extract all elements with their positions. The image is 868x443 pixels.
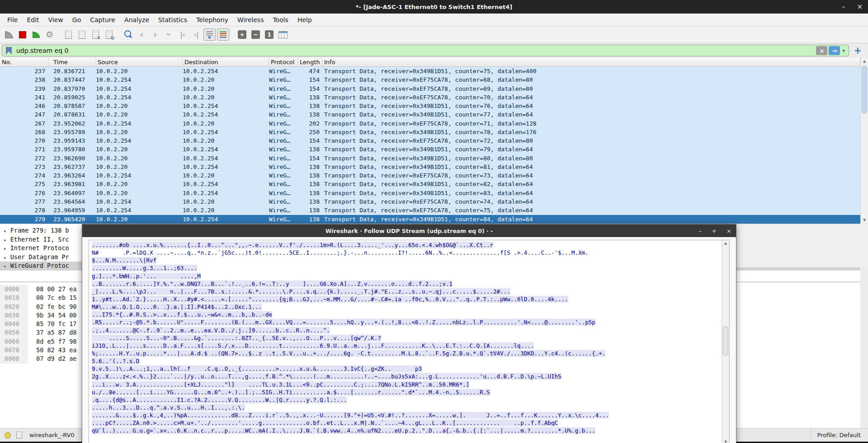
stream-line: .....S.....5...-0".B.....&g.`........:.8…: [92, 335, 719, 342]
menu-item-view[interactable]: View: [44, 14, 68, 26]
minimize-icon[interactable]: –: [842, 0, 845, 14]
profile-label[interactable]: Profile: Default: [811, 429, 868, 442]
packet-row[interactable]: 272 23.962690 10.0.2.20 10.0.2.254 WireG…: [0, 154, 860, 163]
expand-arrow-icon[interactable]: ▸: [4, 228, 7, 234]
menu-item-file[interactable]: File: [3, 14, 22, 26]
packet-row[interactable]: 276 23.964097 10.0.2.20 10.0.2.254 WireG…: [0, 189, 860, 197]
menu-item-statistics[interactable]: Statistics: [154, 14, 192, 26]
packet-row[interactable]: 275 23.963981 10.0.2.20 10.0.2.254 WireG…: [0, 180, 860, 188]
resize-columns-icon[interactable]: [277, 28, 289, 41]
capture-options-icon[interactable]: [43, 28, 56, 41]
packet-list-scrollbar[interactable]: ▲ ▼: [860, 58, 868, 224]
dialog-title-bar[interactable]: Wireshark · Follow UDP Stream (udp.strea…: [82, 224, 736, 237]
filter-dropdown-caret-icon[interactable]: ▾: [842, 48, 845, 54]
column-header[interactable]: No.: [0, 58, 49, 66]
column-header[interactable]: Info: [322, 58, 860, 66]
filter-bar: udp.stream eq 0 × → ▾ +: [0, 43, 868, 58]
restart-capture-icon[interactable]: [30, 28, 42, 41]
start-capture-icon[interactable]: [3, 28, 15, 41]
column-header[interactable]: Destination: [183, 58, 269, 66]
stream-content-box[interactable]: ........#ob ....x.u.%.......{..I..0...^.…: [89, 240, 730, 443]
save-file-icon[interactable]: [76, 28, 88, 41]
scrollbar-thumb[interactable]: [862, 66, 867, 113]
packet-row[interactable]: 270 23.959143 10.0.2.254 10.0.2.20 WireG…: [0, 136, 860, 145]
stream-scrollbar[interactable]: ▲ ▼: [722, 240, 729, 443]
capture-comment-icon[interactable]: [16, 432, 22, 438]
scroll-down-icon[interactable]: ▼: [861, 217, 868, 224]
go-back-icon[interactable]: [136, 28, 148, 41]
zoom-out-icon[interactable]: [250, 28, 262, 41]
stream-line: 2g..X....z<.<.%..}2....`...|/y..u..o....…: [92, 373, 719, 381]
scroll-down-icon[interactable]: ▼: [722, 439, 729, 443]
filter-apply-icon[interactable]: →: [829, 46, 840, 55]
menu-item-capture[interactable]: Capture: [85, 14, 120, 26]
menu-item-analyze[interactable]: Analyze: [120, 14, 154, 26]
capture-file-properties-icon[interactable]: [5, 432, 11, 438]
column-header[interactable]: Source: [96, 58, 183, 66]
colorize-icon[interactable]: [217, 28, 229, 41]
menu-item-go[interactable]: Go: [68, 14, 85, 26]
packet-row[interactable]: 277 23.964564 10.0.2.254 10.0.2.20 WireG…: [0, 197, 860, 206]
reload-file-icon[interactable]: [103, 28, 115, 41]
menu-item-telephony[interactable]: Telephony: [192, 14, 233, 26]
find-packet-icon[interactable]: [122, 28, 134, 41]
zoom-in-icon[interactable]: [236, 28, 248, 41]
expand-arrow-icon[interactable]: ▸: [4, 255, 7, 261]
menu-item-tools[interactable]: Tools: [268, 14, 293, 26]
dialog-minimize-icon[interactable]: –: [699, 228, 702, 234]
stream-line: iJ1O,.L...|....s.....D..a.F....s[....S./…: [92, 342, 719, 350]
go-first-icon[interactable]: [176, 28, 189, 41]
stream-line: _|....L.%....\pJ... n..|...F...7B..s.:..…: [92, 288, 719, 296]
expand-arrow-icon[interactable]: ▸: [4, 246, 7, 252]
packet-row[interactable]: 271 23.959780 10.0.2.20 10.0.2.254 WireG…: [0, 145, 860, 154]
packet-row[interactable]: 246 20.878587 10.0.2.20 10.0.2.254 WireG…: [0, 102, 860, 110]
packet-row[interactable]: 237 20.836721 10.0.2.20 10.0.2.254 WireG…: [0, 67, 860, 75]
menu-item-wireless[interactable]: Wireless: [233, 14, 269, 26]
packet-row[interactable]: 274 23.963264 10.0.2.254 10.0.2.20 WireG…: [0, 171, 860, 180]
packet-row[interactable]: 241 20.859025 10.0.2.254 10.0.2.20 WireG…: [0, 93, 860, 102]
filter-text[interactable]: udp.stream eq 0: [16, 47, 816, 54]
scroll-up-icon[interactable]: ▲: [722, 240, 729, 247]
menu-item-edit[interactable]: Edit: [22, 14, 43, 26]
stream-line: ...I75.*{..#.R.S..>..x...f.$...u..~w&<..…: [92, 311, 719, 319]
title-bar: *- [Jade-ASC-1 Ethernet0 to Switch1 Ethe…: [0, 0, 868, 14]
packet-row[interactable]: 267 23.952062 10.0.2.254 10.0.2.20 WireG…: [0, 119, 860, 128]
go-last-icon[interactable]: [190, 28, 202, 41]
packet-row[interactable]: 238 20.837447 10.0.2.254 10.0.2.20 WireG…: [0, 75, 860, 84]
column-header[interactable]: Protocol: [269, 58, 298, 66]
zoom-original-icon[interactable]: [263, 28, 275, 41]
column-header[interactable]: Time: [49, 58, 96, 66]
filter-bookmark-icon[interactable]: [6, 47, 12, 55]
column-header[interactable]: Length: [298, 58, 322, 66]
expand-arrow-icon[interactable]: ▸: [4, 263, 7, 269]
expand-arrow-icon[interactable]: ▸: [4, 237, 7, 243]
go-to-packet-icon[interactable]: [163, 28, 175, 41]
follow-stream-dialog: Wireshark · Follow UDP Stream (udp.strea…: [82, 224, 736, 443]
stream-line: .q....{d@s..A............I1.c.?A.2......…: [92, 396, 719, 404]
close-icon[interactable]: ×: [857, 0, 863, 14]
stream-line: .........W.....g.3...1..;63....: [92, 265, 719, 272]
packet-row[interactable]: 268 23.955789 10.0.2.20 10.0.2.254 WireG…: [0, 128, 860, 136]
packet-row[interactable]: 273 23.962737 10.0.2.20 10.0.2.254 WireG…: [0, 163, 860, 171]
dialog-maximize-icon[interactable]: +: [712, 228, 717, 234]
menu-item-help[interactable]: Help: [293, 14, 316, 26]
go-forward-icon[interactable]: [149, 28, 161, 41]
open-file-icon[interactable]: [62, 28, 75, 41]
close-file-icon[interactable]: [90, 28, 102, 41]
packet-row[interactable]: 279 23.965420 10.0.2.20 10.0.2.254 WireG…: [0, 215, 860, 224]
dialog-close-icon[interactable]: ×: [726, 228, 731, 234]
filter-add-button[interactable]: +: [854, 45, 862, 56]
packet-row[interactable]: 247 20.878631 10.0.2.20 10.0.2.254 WireG…: [0, 110, 860, 119]
stream-line: .;..4.......@C-.f..9`..2..m..e...ea.V.D.…: [92, 327, 719, 335]
stream-line: 5.6..'(..?.s.D: [92, 358, 719, 365]
stream-text: ........#ob ....x.u.%.......{..I..0...^.…: [92, 242, 719, 443]
display-filter-input[interactable]: udp.stream eq 0 × → ▾: [2, 45, 849, 56]
scrollbar-thumb[interactable]: [723, 326, 728, 355]
stop-capture-icon[interactable]: [16, 28, 28, 41]
packet-row[interactable]: 239 20.837970 10.0.2.254 10.0.2.20 WireG…: [0, 84, 860, 93]
filter-clear-icon[interactable]: ×: [816, 46, 827, 55]
packet-row[interactable]: 278 23.964959 10.0.2.254 10.0.2.20 WireG…: [0, 206, 860, 215]
auto-scroll-icon[interactable]: [203, 28, 216, 41]
stream-line: .R5.....r..;-@5.*.b......U".....F.......…: [92, 319, 719, 326]
scroll-up-icon[interactable]: ▲: [861, 58, 868, 65]
